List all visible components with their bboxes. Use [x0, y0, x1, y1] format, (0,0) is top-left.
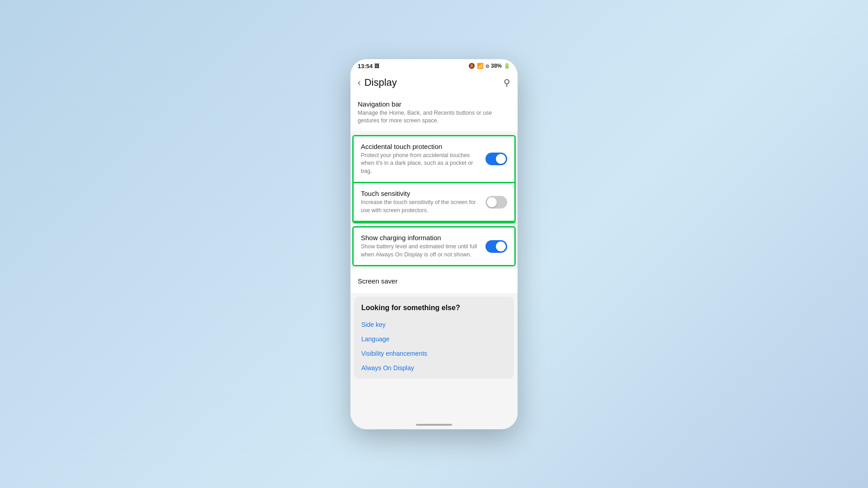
toggle-knob: [496, 154, 506, 164]
status-bar-right: 🔕 📶 ⊙ 38% 🔋: [468, 63, 510, 69]
home-pill: [416, 424, 452, 426]
touch-sensitivity-title: Touch sensitivity: [361, 190, 480, 197]
charging-info-desc: Show battery level and estimated time un…: [361, 243, 480, 259]
accidental-touch-item[interactable]: Accidental touch protection Protect your…: [354, 136, 514, 182]
touch-sensitivity-highlight: Touch sensitivity Increase the touch sen…: [354, 182, 514, 222]
status-bar-left: 13:54 🖼: [358, 63, 379, 70]
charging-info-text: Show charging information Show battery l…: [361, 234, 480, 259]
touch-sensitivity-text: Touch sensitivity Increase the touch sen…: [361, 190, 480, 214]
screen-saver-title: Screen saver: [358, 277, 510, 285]
charging-info-group: Show charging information Show battery l…: [352, 226, 516, 266]
charging-info-toggle[interactable]: [485, 240, 507, 253]
touch-sensitivity-toggle[interactable]: [485, 196, 507, 209]
language-link[interactable]: Language: [361, 332, 507, 346]
looking-title: Looking for something else?: [361, 304, 507, 312]
toggle-knob-3: [496, 242, 506, 251]
settings-content: Navigation bar Manage the Home, Back, an…: [350, 94, 518, 420]
back-button[interactable]: ‹: [358, 77, 361, 88]
side-key-link[interactable]: Side key: [361, 317, 507, 332]
wifi-icon: 📶: [477, 63, 484, 69]
screen-saver-card: Screen saver: [350, 269, 518, 293]
accidental-touch-title: Accidental touch protection: [361, 143, 480, 150]
visibility-link[interactable]: Visibility enhancements: [361, 346, 507, 361]
navigation-bar-card: Navigation bar Manage the Home, Back, an…: [350, 94, 518, 131]
time-display: 13:54: [358, 63, 373, 70]
navigation-bar-title: Navigation bar: [358, 100, 510, 108]
accidental-touch-toggle[interactable]: [485, 153, 507, 165]
page-title: Display: [364, 77, 397, 88]
accidental-touch-desc: Protect your phone from accidental touch…: [361, 152, 480, 176]
mute-icon: 🔕: [468, 63, 475, 69]
header: ‹ Display ⚲: [350, 72, 518, 94]
accidental-touch-text: Accidental touch protection Protect your…: [361, 143, 480, 176]
battery-icon: 🔋: [504, 63, 510, 69]
screen-saver-item[interactable]: Screen saver: [350, 269, 518, 293]
phone-frame: 13:54 🖼 🔕 📶 ⊙ 38% 🔋 ‹ Display ⚲ Navigati…: [350, 59, 518, 429]
search-button[interactable]: ⚲: [504, 77, 510, 88]
touch-sensitivity-desc: Increase the touch sensitivity of the sc…: [361, 199, 480, 214]
status-bar: 13:54 🖼 🔕 📶 ⊙ 38% 🔋: [350, 59, 518, 72]
charging-info-title: Show charging information: [361, 234, 480, 242]
battery-display: 38%: [491, 63, 502, 69]
accidental-touch-group: Accidental touch protection Protect your…: [352, 135, 516, 224]
toggle-knob-2: [487, 197, 497, 207]
navigation-bar-item[interactable]: Navigation bar Manage the Home, Back, an…: [350, 94, 518, 131]
header-left: ‹ Display: [358, 77, 397, 88]
charging-info-item[interactable]: Show charging information Show battery l…: [354, 228, 514, 265]
navigation-bar-desc: Manage the Home, Back, and Recents butto…: [358, 109, 510, 125]
touch-sensitivity-item[interactable]: Touch sensitivity Increase the touch sen…: [354, 183, 514, 221]
looking-section: Looking for something else? Side key Lan…: [354, 297, 514, 379]
always-on-display-link[interactable]: Always On Display: [361, 361, 507, 375]
media-icon: 🖼: [374, 63, 379, 69]
signal-icon: ⊙: [485, 64, 489, 69]
bottom-indicator: [350, 420, 518, 429]
